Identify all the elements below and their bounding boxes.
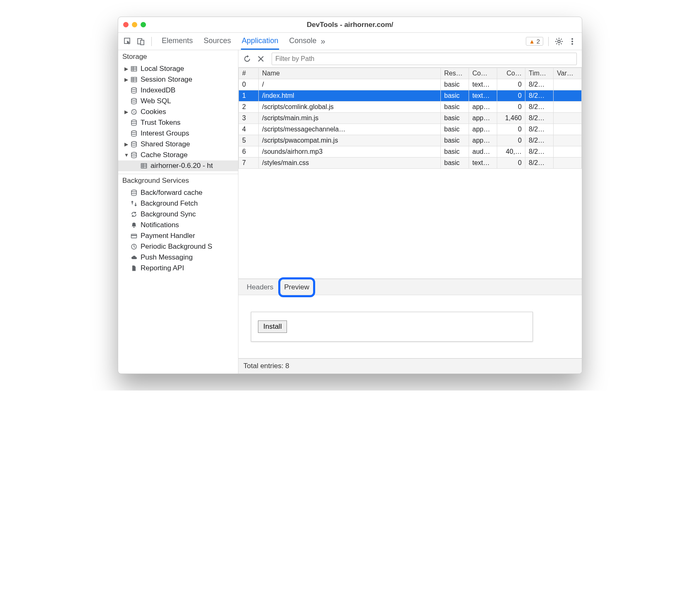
cell: basic (441, 146, 469, 158)
sidebar-item-label: IndexedDB (141, 86, 175, 95)
cell (554, 146, 582, 158)
sidebar-item-background-sync[interactable]: ▶Background Sync (118, 209, 238, 220)
filter-input[interactable] (272, 53, 577, 65)
cell (554, 113, 582, 124)
column-header[interactable]: Co… (497, 68, 525, 79)
sidebar-item-label: Interest Groups (141, 129, 189, 138)
clear-icon[interactable] (258, 56, 267, 62)
tab-elements[interactable]: Elements (161, 33, 194, 50)
cell: basic (441, 90, 469, 102)
cell: basic (441, 135, 469, 146)
preview-content: Install (251, 312, 533, 342)
sidebar-item-push-messaging[interactable]: ▶Push Messaging (118, 252, 238, 263)
column-header[interactable]: Name (259, 68, 441, 79)
column-header[interactable]: Tim… (525, 68, 554, 79)
sidebar-item-label: Periodic Background S (141, 243, 212, 251)
cookie-icon (131, 109, 138, 115)
table-row[interactable]: 3/scripts/main.min.jsbasicapp…1,4608/2… (239, 113, 582, 124)
cell: app… (469, 124, 497, 135)
sidebar-item-background-fetch[interactable]: ▶Background Fetch (118, 198, 238, 209)
column-header[interactable]: Res… (441, 68, 469, 79)
sidebar-item-label: Cache Storage (141, 151, 187, 159)
tab-sources[interactable]: Sources (203, 33, 232, 50)
sidebar-item-indexeddb[interactable]: ▶IndexedDB (118, 85, 238, 96)
cell: 8/2… (525, 90, 554, 102)
db-icon (131, 152, 138, 158)
cell: text… (469, 79, 497, 90)
sidebar-item-back-forward-cache[interactable]: ▶Back/forward cache (118, 187, 238, 198)
db-icon (131, 141, 138, 148)
install-button[interactable]: Install (258, 320, 287, 333)
expand-caret-icon[interactable]: ▶ (124, 141, 128, 147)
panel-tabs: ElementsSourcesApplicationConsole (161, 33, 317, 50)
preview-area: Install (238, 295, 582, 358)
cache-table-wrap[interactable]: #NameRes…Co…Co…Tim…Var… 0/basictext…08/2… (238, 68, 582, 279)
expand-caret-icon[interactable]: ▶ (124, 66, 128, 72)
svg-point-12 (571, 38, 573, 40)
cell: /scripts/messagechannela… (259, 124, 441, 135)
sidebar-item-local-storage[interactable]: ▶Local Storage (118, 63, 238, 74)
sidebar-item-reporting-api[interactable]: ▶Reporting API (118, 263, 238, 274)
sidebar-item-label: Cookies (141, 108, 166, 116)
device-toggle-icon[interactable] (136, 36, 146, 47)
table-row[interactable]: 2/scripts/comlink.global.jsbasicapp…08/2… (239, 102, 582, 113)
sidebar-item-session-storage[interactable]: ▶Session Storage (118, 74, 238, 85)
table-row[interactable]: 0/basictext…08/2… (239, 79, 582, 90)
cell (554, 90, 582, 102)
sidebar-item-cache-storage[interactable]: ▼Cache Storage (118, 150, 238, 160)
sidebar-section-title: Storage (118, 50, 238, 63)
sidebar-item-label: Notifications (141, 221, 179, 229)
sidebar-item-airhorner-0-6-20-ht[interactable]: airhorner-0.6.20 - ht (118, 160, 238, 171)
inspect-element-icon[interactable] (122, 36, 133, 47)
sidebar-item-web-sql[interactable]: ▶Web SQL (118, 96, 238, 107)
cell: text… (469, 158, 497, 169)
cell: 0 (497, 102, 525, 113)
cell: app… (469, 102, 497, 113)
column-header[interactable]: Var… (554, 68, 582, 79)
filter-bar (238, 50, 582, 68)
cell: /index.html (259, 90, 441, 102)
cell: 8/2… (525, 102, 554, 113)
svg-point-32 (131, 141, 136, 143)
table-row[interactable]: 1/index.htmlbasictext…08/2… (239, 90, 582, 102)
expand-caret-icon[interactable]: ▶ (124, 77, 128, 82)
column-header[interactable]: Co… (469, 68, 497, 79)
refresh-icon[interactable] (243, 55, 253, 63)
kebab-menu-icon[interactable] (567, 36, 578, 47)
warnings-badge[interactable]: ▲ 2 (526, 37, 543, 46)
svg-line-8 (557, 39, 557, 39)
cell: 7 (239, 158, 259, 169)
db-icon (131, 98, 138, 104)
detail-tab-preview[interactable]: Preview (282, 280, 311, 295)
more-tabs-button[interactable]: » (320, 33, 326, 49)
detail-tab-headers[interactable]: Headers (244, 280, 276, 295)
table-row[interactable]: 5/scripts/pwacompat.min.jsbasicapp…08/2… (239, 135, 582, 146)
table-row[interactable]: 7/styles/main.cssbasictext…08/2… (239, 158, 582, 169)
svg-line-9 (561, 43, 562, 44)
cell: 8/2… (525, 158, 554, 169)
sync-icon (131, 211, 138, 218)
sidebar-item-trust-tokens[interactable]: ▶Trust Tokens (118, 117, 238, 128)
column-header[interactable]: # (239, 68, 259, 79)
sidebar-item-notifications[interactable]: ▶Notifications (118, 220, 238, 230)
expand-caret-icon[interactable]: ▶ (124, 109, 128, 115)
table-row[interactable]: 6/sounds/airhorn.mp3basicaud…40,…8/2… (239, 146, 582, 158)
tab-application[interactable]: Application (241, 33, 279, 50)
sidebar-item-cookies[interactable]: ▶Cookies (118, 107, 238, 117)
sidebar-item-periodic-background-s[interactable]: ▶Periodic Background S (118, 241, 238, 252)
sidebar-item-payment-handler[interactable]: ▶Payment Handler (118, 230, 238, 241)
cell: 8/2… (525, 79, 554, 90)
cell: 0 (497, 158, 525, 169)
settings-icon[interactable] (554, 36, 564, 47)
sidebar-item-shared-storage[interactable]: ▶Shared Storage (118, 139, 238, 150)
tab-console[interactable]: Console (288, 33, 317, 50)
cell: app… (469, 135, 497, 146)
sidebar-item-label: Background Sync (141, 210, 196, 218)
db-table-icon (141, 163, 148, 169)
table-row[interactable]: 4/scripts/messagechannela…basicapp…08/2… (239, 124, 582, 135)
cell: /scripts/main.min.js (259, 113, 441, 124)
cell: 3 (239, 113, 259, 124)
sidebar-item-interest-groups[interactable]: ▶Interest Groups (118, 128, 238, 139)
svg-point-28 (133, 112, 134, 113)
expand-caret-icon[interactable]: ▼ (124, 152, 128, 158)
